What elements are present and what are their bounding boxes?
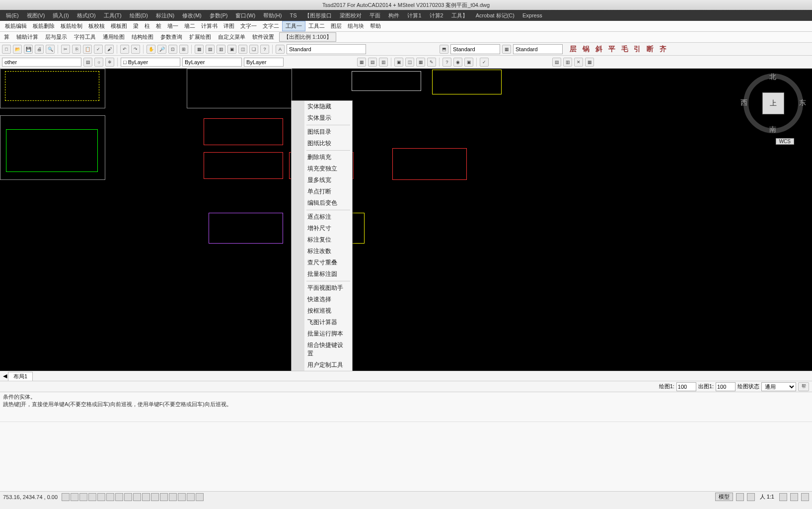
menu-dimension[interactable]: 标注(N) [152,11,178,20]
mb2-help[interactable]: 帮助 [367,21,384,31]
zoom-window-icon[interactable]: ⊡ [168,45,177,54]
layer-on-icon[interactable]: ☼ [94,58,103,67]
dm-batch-dim-circle[interactable]: 批量标注圆 [292,268,352,280]
mb2-rebar-edit[interactable]: 板筋编辑 [2,21,30,31]
grid-toggle[interactable] [71,493,78,501]
tb2-btn8[interactable]: ? [443,58,451,67]
footer-help-button[interactable]: 帮 [798,382,809,391]
wcs-badge[interactable]: WCS [776,138,794,145]
layout-tab[interactable]: 布局1 [8,372,33,381]
sb-calc[interactable]: 算 [2,32,11,42]
menu-express[interactable]: Express [518,11,546,19]
redo-icon[interactable]: ↷ [131,45,140,54]
linetype-combo[interactable]: ByLayer [182,58,242,67]
dm-dim-change[interactable]: 标注改数 [292,246,352,257]
drawing-canvas[interactable]: 上 北 南 西 东 WCS 实体隐藏 实体显示 图纸目录 图纸比较 删除填充 填… [0,69,812,371]
menu-tools[interactable]: 工具(T) [100,11,126,20]
dm-dwg-catalog[interactable]: 图纸目录 [292,126,352,138]
properties-icon[interactable]: ▦ [195,45,204,54]
menu-calc1[interactable]: 计算1 [403,11,425,20]
sb-struct-draw[interactable]: 结构绘图 [130,32,155,42]
sb-layer-display[interactable]: 层与显示 [43,32,69,42]
preview-icon[interactable]: 🔍 [46,45,55,54]
undo-icon[interactable]: ↶ [120,45,129,54]
zoom-extents-icon[interactable]: ⊞ [179,45,188,54]
sb-software-settings[interactable]: 软件设置 [250,32,276,42]
print-icon[interactable]: 🖨 [35,45,44,54]
dm-single-break[interactable]: 单点打断 [292,186,352,197]
tb2-btn2[interactable]: ▤ [368,58,377,67]
tab-arrow-left-icon[interactable]: ◀ [3,373,7,379]
mb2-tool2[interactable]: 工具二 [305,21,328,31]
mb2-rebar-delete[interactable]: 板筋删除 [30,21,58,31]
view-cube[interactable]: 上 北 南 西 东 [743,74,803,133]
tb2-btn3[interactable]: ▥ [379,58,388,67]
status-r4[interactable] [790,493,798,501]
ortho-toggle[interactable] [79,493,87,501]
design-center-icon[interactable]: ▤ [206,45,215,54]
quick-calc-icon[interactable]: ❏ [249,45,258,54]
menu-plan[interactable]: 平面 [366,11,384,20]
tb2-btn4[interactable]: ▣ [394,58,403,67]
cut-icon[interactable]: ✂ [61,45,70,54]
mb2-group[interactable]: 组与块 [345,21,367,31]
tb2-btn5[interactable]: ◫ [405,58,414,67]
dm-user-tools[interactable]: 用户定制工具 [292,359,352,371]
new-icon[interactable]: □ [2,45,11,54]
menu-window[interactable]: 窗口(W) [231,11,259,20]
markup-icon[interactable]: ◫ [238,45,247,54]
mb2-template[interactable]: 模板图 [108,21,130,31]
mb2-column[interactable]: 柱 [142,21,153,31]
status-r5[interactable] [801,493,809,501]
mb2-calcbook[interactable]: 计算书 [198,21,221,31]
tb2-btn12[interactable]: ▤ [552,58,561,67]
dm-hotkey-setup[interactable]: 组合快捷键设置 [292,339,352,359]
dim-style-combo[interactable]: Standard [450,44,500,54]
menu-calc2[interactable]: 计算2 [426,11,447,20]
menu-component[interactable]: 构件 [384,11,403,20]
mb2-text2[interactable]: 文字二 [260,21,282,31]
menu-view[interactable]: 视图(V) [23,11,49,20]
help-icon[interactable]: ? [260,45,269,54]
mb2-wall2[interactable]: 墙二 [181,21,198,31]
mb2-rebar-draw[interactable]: 板筋绘制 [58,21,85,31]
dm-add-dim[interactable]: 增补尺寸 [292,223,352,234]
dm-dwg-compare[interactable]: 图纸比较 [292,138,352,149]
pan-icon[interactable]: ✋ [147,45,155,54]
dm-dim-overlap[interactable]: 查尺寸重叠 [292,257,352,268]
3dosnap-toggle[interactable] [106,493,114,501]
dm-show-lineweight[interactable]: 显多线宽 [292,174,352,186]
menu-insert[interactable]: 插入(I) [49,11,73,20]
snap-toggle[interactable] [62,493,70,501]
table-style-icon[interactable]: ▦ [502,45,511,54]
dm-hatch-indep[interactable]: 填充变独立 [292,163,352,174]
menu-help[interactable]: 帮助(H) [259,11,286,20]
otrack-toggle[interactable] [115,493,123,501]
extra-toggle-1[interactable] [187,493,195,501]
annotation-scale[interactable]: 人 1:1 [758,493,776,501]
sb-general-draw[interactable]: 通用绘图 [101,32,127,42]
sb-custom-menu[interactable]: 自定义菜单 [216,32,247,42]
layer-combo[interactable]: other [2,58,81,67]
dm-dim-reset[interactable]: 标注复位 [292,234,352,246]
status-r2[interactable] [747,493,755,501]
menu-modify[interactable]: 修改(M) [178,11,206,20]
plot-scale-input[interactable] [716,382,736,391]
mb2-pile[interactable]: 桩 [153,21,164,31]
dm-hide-entity[interactable]: 实体隐藏 [292,101,352,112]
draw-scale-input[interactable] [676,382,696,391]
tb2-btn6[interactable]: ▦ [416,58,425,67]
dm-delete-hatch[interactable]: 删除填充 [292,152,352,163]
open-icon[interactable]: 📂 [13,45,22,54]
dm-batch-script[interactable]: 批量运行脚本 [292,328,352,339]
mb2-wall1[interactable]: 墙一 [164,21,181,31]
polar-toggle[interactable] [88,493,96,501]
model-space-button[interactable]: 模型 [715,493,733,501]
sc-toggle[interactable] [169,493,177,501]
tb2-btn10[interactable]: ▣ [464,58,473,67]
sheet-set-icon[interactable]: ▣ [227,45,236,54]
menu-edit[interactable]: 辑(E) [2,11,23,20]
menu-draw[interactable]: 绘图(D) [126,11,152,20]
copy-icon[interactable]: ⎘ [72,45,81,54]
menu-parametric[interactable]: 参数(P) [206,11,232,20]
